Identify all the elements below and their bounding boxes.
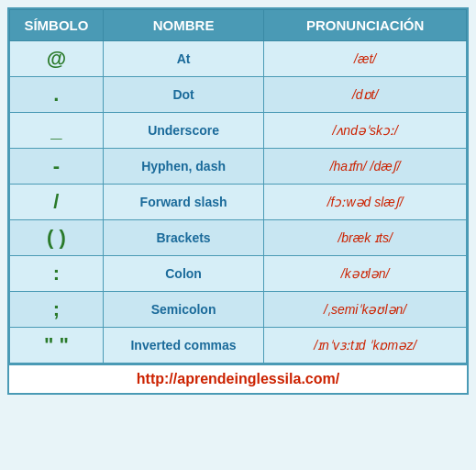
table-row: ;Semicolon/ˌsemiˈkəʊlən/ [10, 292, 467, 328]
name-cell: Dot [103, 77, 263, 113]
pronunciation-cell: /ʌndəˈskɔː/ [264, 113, 467, 149]
table-row: -Hyphen, dash/haɪfn/ /dæʃ/ [10, 149, 467, 185]
pronunciation-cell: /æt/ [264, 41, 467, 77]
symbol-cell: @ [10, 41, 104, 77]
footer: http://aprendeinglessila.com/ [7, 365, 469, 395]
symbol-cell: " " [10, 328, 104, 364]
table-row: .Dot/dɒt/ [10, 77, 467, 113]
symbols-table: SÍMBOLO NOMBRE PRONUNCIACIÓN @At/æt/.Dot… [9, 9, 467, 364]
symbol-cell: _ [10, 113, 104, 149]
name-cell: Colon [103, 256, 263, 292]
pronunciation-cell: /ɪnˈvɜːtɪd ˈkɒməz/ [264, 328, 467, 364]
pronunciation-cell: /ˌsemiˈkəʊlən/ [264, 292, 467, 328]
table-row: :Colon/kəʊlən/ [10, 256, 467, 292]
symbol-cell: . [10, 77, 104, 113]
symbol-cell: : [10, 256, 104, 292]
pronunciation-cell: /fɔːwəd slæʃ/ [264, 185, 467, 220]
name-cell: Brackets [103, 220, 263, 256]
name-cell: Semicolon [103, 292, 263, 328]
symbol-cell: - [10, 149, 104, 185]
name-cell: Underscore [103, 113, 263, 149]
pronunciation-cell: /kəʊlən/ [264, 256, 467, 292]
name-cell: Hyphen, dash [103, 149, 263, 185]
table-row: _Underscore/ʌndəˈskɔː/ [10, 113, 467, 149]
table-row: /Forward slash/fɔːwəd slæʃ/ [10, 185, 467, 220]
pronunciation-cell: /haɪfn/ /dæʃ/ [264, 149, 467, 185]
website-link[interactable]: http://aprendeinglessila.com/ [137, 371, 339, 386]
symbol-cell: ; [10, 292, 104, 328]
pronunciation-cell: /bræk ɪts/ [264, 220, 467, 256]
name-cell: At [103, 41, 263, 77]
table-row: " "Inverted commas/ɪnˈvɜːtɪd ˈkɒməz/ [10, 328, 467, 364]
name-cell: Inverted commas [103, 328, 263, 364]
header-name: NOMBRE [103, 10, 263, 41]
table-header-row: SÍMBOLO NOMBRE PRONUNCIACIÓN [10, 10, 467, 41]
main-table-container: SÍMBOLO NOMBRE PRONUNCIACIÓN @At/æt/.Dot… [7, 7, 469, 365]
table-row: @At/æt/ [10, 41, 467, 77]
symbol-cell: / [10, 185, 104, 220]
header-symbol: SÍMBOLO [10, 10, 104, 41]
table-row: ( )Brackets/bræk ɪts/ [10, 220, 467, 256]
symbol-cell: ( ) [10, 220, 104, 256]
pronunciation-cell: /dɒt/ [264, 77, 467, 113]
header-pronunciation: PRONUNCIACIÓN [264, 10, 467, 41]
name-cell: Forward slash [103, 185, 263, 220]
